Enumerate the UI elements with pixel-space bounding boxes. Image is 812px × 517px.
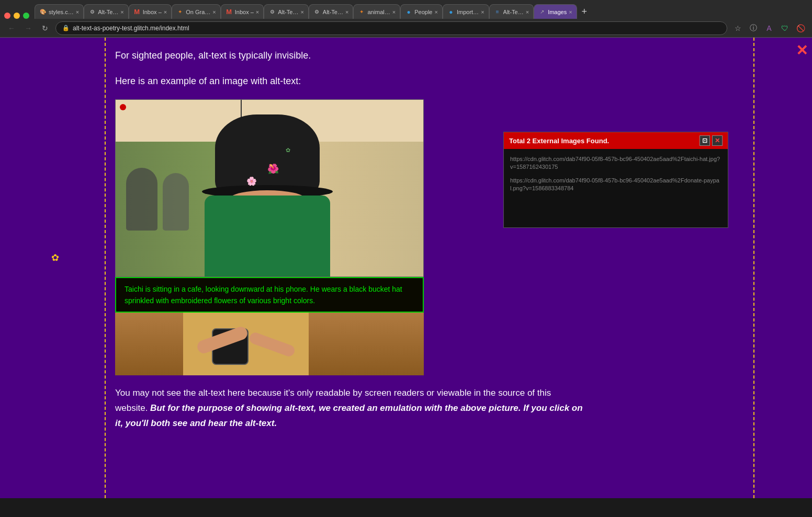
lock-icon: 🔒 [62,25,70,31]
tab-close-styles[interactable]: × [76,9,79,15]
tab-inbox2[interactable]: M Inbox – × [221,4,264,19]
tab-close-ongra[interactable]: × [212,9,216,15]
tab-styles[interactable]: 🎨 styles.c… × [35,4,84,19]
tab-animal[interactable]: ✦ animal… × [353,4,400,19]
main-person-figure: 🌺 🌸 ✿ [184,99,351,277]
tab-label-images: Images [548,9,567,15]
tab-people[interactable]: ● People × [400,4,443,19]
tab-import[interactable]: ● Import… × [443,4,489,19]
tab-ongra[interactable]: ✦ On Gra… × [172,4,221,19]
tab-label-alttext4: Alt-Te… [503,9,524,15]
toolbar-icons: ☆ ⓘ A 🛡 🚫 [731,22,807,35]
page-close-button[interactable]: ✕ [796,42,808,59]
shield-icon[interactable]: 🛡 [779,22,791,35]
tab-alttext1[interactable]: ⚙ Alt-Te… × [84,4,129,19]
tab-favicon-styles: 🎨 [39,8,47,16]
tab-close-alttext2[interactable]: × [300,9,303,15]
popup-content: https://cdn.glitch.com/dab74f90-05f8-457… [504,149,728,227]
forward-button[interactable]: → [22,22,35,35]
new-tab-button[interactable]: + [577,4,592,19]
tab-favicon-alttext3: ⚙ [313,8,321,16]
popup-resize-button[interactable]: ⊡ [700,135,710,146]
tab-close-animal[interactable]: × [392,9,396,15]
tab-label-people: People [414,9,432,15]
tab-close-alttext3[interactable]: × [345,9,348,15]
tab-images[interactable]: ↗ Images × [534,4,577,19]
tab-favicon-images: ↗ [538,8,546,16]
tab-close-inbox1[interactable]: × [164,9,167,15]
back-button[interactable]: ← [5,22,18,35]
tab-inbox1[interactable]: M Inbox – × [129,4,172,19]
tab-alttext4[interactable]: ≡ Alt-Te… × [489,4,534,19]
extension-icon[interactable]: A [763,22,775,35]
tabs-bar: 🎨 styles.c… × ⚙ Alt-Te… × M Inbox – × ✦ … [0,0,812,19]
address-input[interactable]: 🔒 alt-text-as-poetry-test.glitch.me/inde… [55,21,727,35]
tab-label-alttext1: Alt-Te… [98,9,118,15]
block-icon[interactable]: 🚫 [794,22,807,35]
maximize-traffic-light[interactable] [23,13,29,19]
tab-label-alttext2: Alt-Te… [278,9,298,15]
tab-favicon-alttext2: ⚙ [268,8,276,16]
popup-url-1[interactable]: https://cdn.glitch.com/dab74f90-05f8-457… [510,155,721,171]
tab-label-styles: styles.c… [49,9,74,15]
browser-window: 🎨 styles.c… × ⚙ Alt-Te… × M Inbox – × ✦ … [0,0,812,498]
image-indicator [120,104,126,110]
alt-text-display: Taichi is sitting in a cafe, looking dow… [115,277,424,313]
example-heading: Here is an example of an image with alt-… [115,74,781,89]
traffic-lights [4,13,29,19]
address-bar: ← → ↻ 🔒 alt-text-as-poetry-test.glitch.m… [0,19,812,38]
tab-label-import: Import… [457,9,479,15]
tab-alttext2[interactable]: ⚙ Alt-Te… × [264,4,309,19]
popup-header-buttons: ⊡ ✕ [700,135,723,146]
tab-label-animal: animal… [367,9,390,15]
tab-close-inbox2[interactable]: × [256,9,259,15]
reload-button[interactable]: ↻ [39,22,51,35]
tab-close-alttext4[interactable]: × [526,9,529,15]
tab-alttext3[interactable]: ⚙ Alt-Te… × [309,4,354,19]
external-images-popup: Total 2 External Images Found. ⊡ ✕ https… [503,132,728,228]
minimize-traffic-light[interactable] [14,13,20,19]
tab-favicon-ongra: ✦ [176,8,184,16]
body-text-italic: But for the purpose of showing alt-text,… [115,403,583,428]
tab-favicon-alttext4: ≡ [494,8,501,16]
tab-close-import[interactable]: × [481,9,484,15]
tab-favicon-animal: ✦ [358,8,365,16]
browser-content: ✕ ✿ For sighted people, alt-text is typi… [0,38,812,498]
star-icon[interactable]: ☆ [731,22,744,35]
page-content-area: For sighted people, alt-text is typicall… [0,38,812,442]
tab-favicon-import: ● [447,8,455,16]
url-text: alt-text-as-poetry-test.glitch.me/index.… [73,25,720,32]
intro-text: For sighted people, alt-text is typicall… [115,48,781,63]
tab-close-alttext1[interactable]: × [120,9,123,15]
tab-favicon-inbox1: M [133,8,141,16]
popup-header-title: Total 2 External Images Found. [509,137,700,145]
person-jacket [205,196,330,277]
popup-close-button[interactable]: ✕ [712,135,723,146]
tab-favicon-alttext1: ⚙ [88,8,96,16]
tab-label-inbox1: Inbox – [143,9,162,15]
tab-close-images[interactable]: × [569,9,572,15]
tab-favicon-people: ● [405,8,412,16]
tab-favicon-inbox2: M [225,8,233,16]
body-text-area: You may not see the alt-text here becaus… [115,386,586,431]
popup-url-2[interactable]: https://cdn.glitch.com/dab74f90-05f8-457… [510,177,721,193]
hat-flower-green: ✿ [286,146,290,155]
info-icon[interactable]: ⓘ [747,22,760,35]
tab-label-inbox2: Inbox – [235,9,254,15]
main-image[interactable]: 🌺 🌸 ✿ [115,99,424,277]
hat-flower-red: 🌺 [267,162,279,177]
tab-close-people[interactable]: × [435,9,438,15]
background-person-1 [126,168,157,231]
image-bottom[interactable] [115,313,424,375]
hat-flower-pink: 🌸 [246,175,257,188]
tab-label-ongra: On Gra… [186,9,210,15]
close-traffic-light[interactable] [4,13,10,19]
popup-header: Total 2 External Images Found. ⊡ ✕ [504,132,728,149]
tab-label-alttext3: Alt-Te… [323,9,343,15]
